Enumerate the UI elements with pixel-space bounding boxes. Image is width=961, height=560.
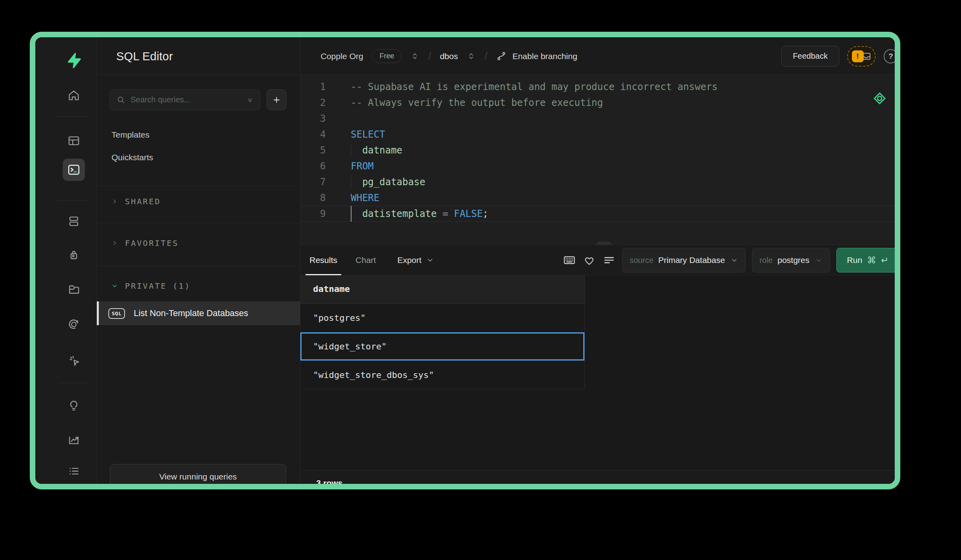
notifications-button[interactable]: ! [847,46,876,67]
code-text: pg_database [326,174,895,190]
code-text: -- Supabase AI is experimental and may p… [326,79,895,95]
code-line-2[interactable]: 2-- Always verify the output before exec… [300,95,895,111]
row-count: 3 rows [316,470,343,484]
section-favorites-label: FAVORITES [125,238,179,248]
code-text: FROM [326,158,895,174]
page-title: SQL Editor [116,50,173,63]
favorite-heart-icon[interactable] [582,253,596,267]
chevron-right-icon [111,198,118,205]
code-text [326,111,895,127]
new-query-button[interactable] [267,89,286,110]
divider [97,186,300,186]
breadcrumb-separator: / [428,50,431,62]
breadcrumb-separator: / [484,50,487,62]
plus-icon [272,95,281,105]
divider [97,266,300,266]
search-input[interactable] [131,95,246,104]
rail-divider [58,200,90,201]
result-rows: "postgres""widget_store""widget_store_db… [300,304,585,389]
feedback-button[interactable]: Feedback [781,46,839,67]
tab-chart[interactable]: Chart [353,245,378,275]
ai-assistant-icon[interactable] [871,89,889,107]
realtime-icon[interactable] [67,353,81,367]
source-label: source [630,256,653,265]
view-running-queries-button[interactable]: View running queries [110,464,286,484]
result-row[interactable]: "widget_store" [300,332,585,361]
rail-divider [58,383,90,383]
line-number: 8 [300,192,326,203]
code-text: WHERE [326,190,895,206]
project-switcher-icon[interactable] [467,52,476,61]
sidebar-link-quickstarts[interactable]: Quickstarts [111,152,153,163]
chevron-down-icon [815,257,823,264]
role-value: postgres [777,255,809,265]
result-row[interactable]: "widget_store_dbos_sys" [300,361,585,389]
edge-functions-icon[interactable] [67,318,81,331]
source-select[interactable]: source Primary Database [622,248,746,272]
keyboard-shortcuts-icon[interactable] [563,253,576,267]
results-toolbar: Results Chart Export source [300,245,895,275]
export-label: Export [397,255,421,265]
section-shared-label: SHARED [125,197,161,206]
main-area: Copple Org Free / dbos / Enable branchin… [300,37,895,484]
result-row[interactable]: "postgres" [300,304,585,332]
query-item-label: List Non-Template Databases [134,308,248,318]
sql-editor-icon-active[interactable] [63,159,85,181]
code-line-3[interactable]: 3 [300,111,895,127]
enter-key-icon: ↵ [881,255,888,266]
org-name[interactable]: Copple Org [321,52,363,61]
search-queries-box[interactable] [110,89,260,110]
chevron-right-icon [111,240,118,246]
rail-divider [58,116,90,117]
org-switcher-icon[interactable] [410,52,419,61]
code-line-5[interactable]: 5 datname [300,142,895,158]
alert-badge-icon: ! [852,50,864,62]
project-name[interactable]: dbos [440,52,458,61]
query-list-item-selected[interactable]: SQL List Non-Template Databases [97,301,300,325]
code-line-6[interactable]: 6FROM [300,158,895,174]
database-icon[interactable] [67,215,81,228]
code-text: datistemplate = FALSE; [326,206,895,222]
sql-code-editor[interactable]: 1-- Supabase AI is experimental and may … [300,75,895,245]
supabase-logo-icon[interactable] [65,52,82,69]
help-button[interactable]: ? [884,49,895,63]
logs-icon[interactable] [67,464,81,478]
export-dropdown[interactable]: Export [397,255,434,265]
run-query-button[interactable]: Run ⌘ ↵ [836,248,895,272]
search-icon [116,95,126,105]
chevrons-expand-icon [246,96,254,104]
storage-icon[interactable] [67,283,81,296]
code-line-8[interactable]: 8WHERE [300,190,895,206]
advisors-lightbulb-icon[interactable] [67,399,81,412]
project-topbar: Copple Org Free / dbos / Enable branchin… [300,37,895,75]
section-shared[interactable]: SHARED [111,197,161,206]
run-label: Run [847,255,863,265]
tab-results[interactable]: Results [307,245,340,275]
code-line-4[interactable]: 4SELECT [300,127,895,142]
reports-chart-icon[interactable] [67,433,81,446]
line-number: 2 [300,97,326,108]
home-icon[interactable] [67,88,81,102]
sidebar-header: SQL Editor [97,37,300,75]
app-window: SQL Editor Templates Quickstarts SHARED … [30,32,900,489]
column-header-datname[interactable]: datname [300,275,585,304]
enable-branching-button[interactable]: Enable branching [496,51,577,61]
cmd-key-icon: ⌘ [867,255,876,266]
section-favorites[interactable]: FAVORITES [111,238,179,248]
role-select[interactable]: role postgres [752,248,830,272]
git-branch-icon [496,51,507,61]
auth-icon[interactable] [67,248,81,262]
divider [97,223,300,223]
role-label: role [759,256,773,265]
code-line-1[interactable]: 1-- Supabase AI is experimental and may … [300,79,895,95]
code-line-9[interactable]: 9 datistemplate = FALSE; [300,206,895,222]
format-lines-icon[interactable] [602,253,616,267]
code-line-7[interactable]: 7 pg_database [300,174,895,190]
sidebar-link-templates[interactable]: Templates [111,129,150,140]
table-editor-icon[interactable] [67,134,81,148]
section-private[interactable]: PRIVATE (1) [111,281,190,291]
line-number: 4 [300,129,326,140]
line-number: 9 [300,208,326,219]
line-number: 5 [300,145,326,156]
sql-badge-icon: SQL [108,308,125,319]
